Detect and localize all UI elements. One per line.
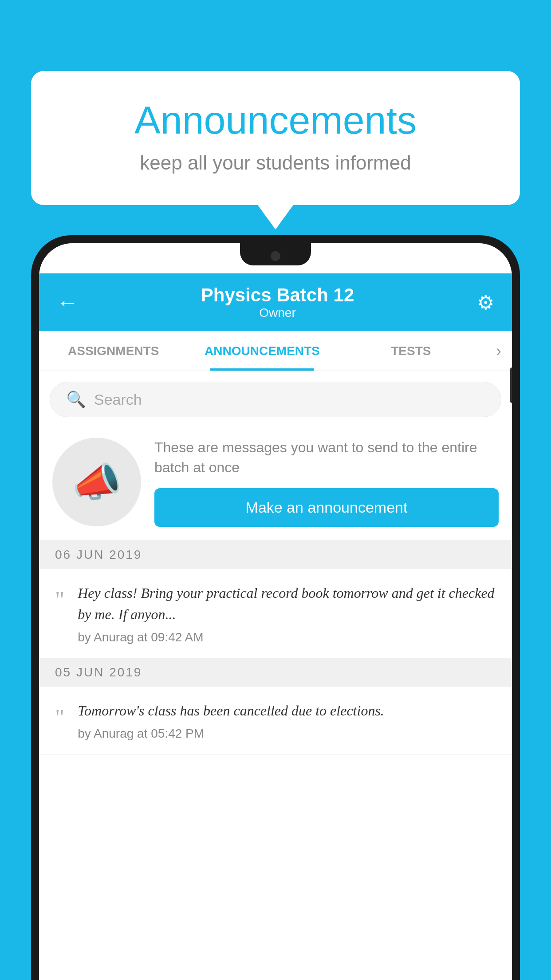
announcement-right: These are messages you want to send to t… (154, 438, 499, 527)
tabs-bar: ASSIGNMENTS ANNOUNCEMENTS TESTS › (39, 331, 512, 371)
announcement-item-2: " Tomorrow's class has been cancelled du… (39, 687, 512, 755)
header-title: Physics Batch 12 (201, 285, 354, 306)
search-bar[interactable]: 🔍 Search (50, 382, 501, 417)
date-separator-1: 06 JUN 2019 (39, 541, 512, 569)
header-center: Physics Batch 12 Owner (201, 285, 354, 320)
announcement-content-1: Hey class! Bring your practical record b… (78, 582, 496, 644)
announcement-text-1: Hey class! Bring your practical record b… (78, 582, 496, 625)
speech-bubble: Announcements keep all your students inf… (31, 71, 520, 205)
make-announcement-button[interactable]: Make an announcement (154, 488, 499, 527)
quote-icon-1: " (55, 587, 64, 613)
megaphone-icon: 📣 (72, 459, 122, 506)
tab-more[interactable]: › (485, 333, 512, 369)
announcement-content-2: Tomorrow's class has been cancelled due … (78, 700, 496, 741)
announcement-author-2: by Anurag at 05:42 PM (78, 727, 496, 741)
announcement-prompt: 📣 These are messages you want to send to… (39, 424, 512, 541)
status-icons: ▼ ▲ ▮ (450, 254, 490, 268)
settings-button[interactable]: ⚙ (477, 291, 494, 314)
bubble-subtitle: keep all your students informed (67, 152, 484, 174)
search-icon: 🔍 (66, 390, 86, 409)
quote-icon-2: " (55, 704, 64, 731)
phone-frame: 14:29 ▼ ▲ ▮ ← Physics Batch 12 Owner ⚙ A… (31, 235, 520, 980)
app-header: ← Physics Batch 12 Owner ⚙ (39, 273, 512, 331)
status-time: 14:29 (61, 253, 94, 269)
speech-bubble-container: Announcements keep all your students inf… (31, 71, 520, 229)
wifi-icon: ▼ (450, 254, 462, 268)
header-subtitle: Owner (201, 306, 354, 320)
date-separator-2: 05 JUN 2019 (39, 658, 512, 687)
camera-dot (271, 251, 280, 261)
announcement-author-1: by Anurag at 09:42 AM (78, 630, 496, 644)
signal-icon: ▲ (467, 254, 478, 268)
announcement-item-1: " Hey class! Bring your practical record… (39, 569, 512, 658)
announcement-icon-circle: 📣 (52, 438, 141, 526)
tab-tests[interactable]: TESTS (337, 332, 485, 371)
back-button[interactable]: ← (57, 290, 78, 315)
speech-bubble-tail (258, 205, 293, 229)
content-area: 🔍 Search 📣 These are messages you want t… (39, 371, 512, 980)
bubble-title: Announcements (67, 98, 484, 143)
phone-inner: 14:29 ▼ ▲ ▮ ← Physics Batch 12 Owner ⚙ A… (39, 243, 512, 980)
battery-icon: ▮ (484, 254, 490, 268)
tab-assignments[interactable]: ASSIGNMENTS (39, 332, 188, 371)
phone-notch (240, 243, 311, 265)
tab-announcements[interactable]: ANNOUNCEMENTS (188, 332, 336, 371)
announcement-description: These are messages you want to send to t… (154, 438, 499, 478)
announcement-text-2: Tomorrow's class has been cancelled due … (78, 700, 496, 721)
side-button (510, 368, 512, 403)
search-placeholder: Search (94, 391, 142, 408)
